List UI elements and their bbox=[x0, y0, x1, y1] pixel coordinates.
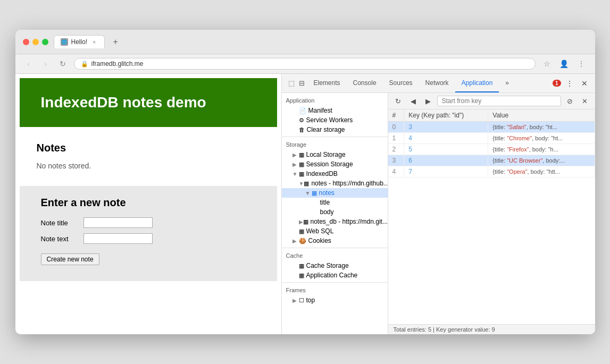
sidebar-item-body-field[interactable]: body bbox=[282, 207, 388, 217]
arrow-icon: ▶ bbox=[293, 162, 299, 167]
sidebar-item-clear-storage[interactable]: 🗑 Clear storage bbox=[282, 125, 388, 134]
more-options-button[interactable]: ⋮ bbox=[575, 57, 588, 70]
sidebar-item-app-cache[interactable]: ▦ Application Cache bbox=[282, 270, 388, 280]
maximize-button[interactable] bbox=[42, 39, 48, 45]
device-toggle-button[interactable]: ⊟ bbox=[297, 78, 307, 89]
tab-console[interactable]: Console bbox=[347, 74, 383, 92]
cell-num: 2 bbox=[388, 144, 404, 155]
back-button[interactable]: ‹ bbox=[23, 58, 35, 70]
tab-close-button[interactable]: × bbox=[90, 38, 98, 46]
prev-page-button[interactable]: ◀ bbox=[407, 95, 419, 107]
traffic-lights bbox=[23, 39, 48, 45]
application-section-label: Application bbox=[282, 95, 388, 106]
create-note-button[interactable]: Create new note bbox=[41, 253, 99, 265]
start-key-input[interactable] bbox=[437, 96, 561, 106]
note-text-input[interactable] bbox=[83, 233, 153, 244]
tab-application[interactable]: Application bbox=[455, 74, 499, 92]
webpage: IndexedDB notes demo Notes No notes stor… bbox=[15, 74, 281, 334]
bookmark-button[interactable]: ☆ bbox=[541, 57, 554, 70]
indexeddb-label: IndexedDB bbox=[306, 170, 338, 177]
sidebar-item-notes-db2[interactable]: ▶ ▦ notes_db - https://mdn.git... bbox=[282, 217, 388, 226]
user-profile-button[interactable]: 👤 bbox=[558, 57, 571, 70]
sidebar-item-manifest[interactable]: 📄 Manifest bbox=[282, 106, 388, 115]
note-title-input[interactable] bbox=[83, 217, 153, 228]
cell-key: 6 bbox=[404, 155, 488, 166]
sidebar-item-cookies[interactable]: ▶ 🍪 Cookies bbox=[282, 236, 388, 246]
notes-store-icon: ▦ bbox=[312, 190, 317, 197]
sidebar-item-cache-storage[interactable]: ▦ Cache Storage bbox=[282, 261, 388, 270]
title-field-label: title bbox=[320, 199, 330, 206]
delete-button[interactable]: ✕ bbox=[579, 95, 591, 107]
cell-key: 3 bbox=[404, 122, 488, 133]
cache-storage-icon: ▦ bbox=[299, 263, 304, 269]
close-button[interactable] bbox=[23, 39, 29, 45]
no-notes-text: No notes stored. bbox=[37, 162, 260, 170]
arrow-icon: ▼ bbox=[293, 171, 299, 177]
top-frame-icon: ☐ bbox=[299, 297, 304, 304]
sidebar-item-web-sql[interactable]: ▦ Web SQL bbox=[282, 226, 388, 236]
arrow-icon: ▼ bbox=[305, 190, 312, 196]
table-row[interactable]: 47{title: "Opera", body: "htt... bbox=[388, 166, 595, 177]
table-toolbar: ↻ ◀ ▶ ⊘ ✕ bbox=[388, 93, 595, 109]
cell-key: 5 bbox=[404, 144, 488, 155]
next-page-button[interactable]: ▶ bbox=[422, 95, 434, 107]
arrow-icon: ▶ bbox=[293, 152, 299, 158]
devtools-main-panel: ↻ ◀ ▶ ⊘ ✕ # Key (Key pat bbox=[388, 93, 595, 334]
web-sql-icon: ▦ bbox=[299, 228, 304, 235]
arrow-icon: ▶ bbox=[293, 298, 299, 303]
devtools-panel: ⬚ ⊟ Elements Console Sources Network App… bbox=[281, 74, 595, 334]
forward-button[interactable]: › bbox=[40, 58, 52, 70]
form-section: Enter a new note Note title Note text Cr… bbox=[20, 186, 277, 281]
notes-db-icon: ▦ bbox=[304, 180, 309, 187]
new-tab-button[interactable]: + bbox=[109, 36, 122, 48]
tab-sources[interactable]: Sources bbox=[383, 74, 419, 92]
local-storage-label: Local Storage bbox=[306, 151, 346, 158]
app-cache-label: Application Cache bbox=[306, 272, 358, 279]
web-sql-label: Web SQL bbox=[306, 227, 334, 235]
table-row[interactable]: 36{title: "UC Browser", body:... bbox=[388, 155, 595, 166]
status-bar: Total entries: 5 | Key generator value: … bbox=[388, 324, 595, 334]
minimize-button[interactable] bbox=[32, 39, 39, 45]
tab-elements[interactable]: Elements bbox=[307, 74, 347, 92]
table-header-row: # Key (Key path: "id") Value bbox=[388, 109, 595, 122]
cell-key: 7 bbox=[404, 166, 488, 177]
url-text: iframedb.glitch.me bbox=[91, 60, 144, 67]
manifest-label: Manifest bbox=[308, 107, 332, 114]
arrow-icon: ▼ bbox=[299, 181, 304, 187]
notes-db-label: notes - https://mdn.github... bbox=[311, 180, 387, 187]
tab-title: Hello! bbox=[71, 38, 88, 46]
sidebar-item-indexeddb[interactable]: ▼ ▦ IndexedDB bbox=[282, 169, 388, 179]
cookies-label: Cookies bbox=[308, 237, 331, 244]
refresh-table-button[interactable]: ↻ bbox=[392, 95, 404, 107]
sidebar-item-title-field[interactable]: title bbox=[282, 198, 388, 207]
cell-num: 0 bbox=[388, 122, 404, 133]
col-num: # bbox=[388, 109, 404, 122]
tab-network[interactable]: Network bbox=[419, 74, 455, 92]
table-row[interactable]: 25{title: "Firefox", body: "h... bbox=[388, 144, 595, 155]
tab-more[interactable]: » bbox=[499, 74, 515, 92]
browser-tab[interactable]: 🌐 Hello! × bbox=[54, 35, 105, 48]
service-workers-icon: ⚙ bbox=[299, 117, 304, 124]
table-row[interactable]: 03{title: "Safari", body: "ht... bbox=[388, 122, 595, 133]
sidebar-item-notes-store[interactable]: ▼ ▦ notes bbox=[282, 188, 388, 198]
note-text-row: Note text bbox=[41, 233, 256, 244]
cell-num: 1 bbox=[388, 133, 404, 144]
sidebar-item-notes-db[interactable]: ▼ ▦ notes - https://mdn.github... bbox=[282, 179, 388, 188]
cell-num: 4 bbox=[388, 166, 404, 177]
form-heading: Enter a new note bbox=[41, 197, 256, 209]
sidebar-item-local-storage[interactable]: ▶ ▦ Local Storage bbox=[282, 150, 388, 159]
sidebar-item-service-workers[interactable]: ⚙ Service Workers bbox=[282, 115, 388, 125]
manifest-icon: 📄 bbox=[299, 107, 306, 114]
cell-key: 4 bbox=[404, 133, 488, 144]
sidebar-item-top-frame[interactable]: ▶ ☐ top bbox=[282, 295, 388, 305]
refresh-button[interactable]: ↻ bbox=[57, 58, 69, 70]
clear-search-button[interactable]: ⊘ bbox=[564, 95, 576, 107]
table-row[interactable]: 14{title: "Chrome", body: "ht... bbox=[388, 133, 595, 144]
session-storage-label: Session Storage bbox=[306, 160, 353, 168]
sidebar-item-session-storage[interactable]: ▶ ▦ Session Storage bbox=[282, 159, 388, 169]
inspect-element-button[interactable]: ⬚ bbox=[286, 78, 297, 89]
url-bar[interactable]: 🔒 iframedb.glitch.me bbox=[74, 58, 536, 70]
arrow-icon: ▶ bbox=[293, 238, 299, 244]
devtools-close-button[interactable]: ✕ bbox=[578, 77, 591, 90]
devtools-settings-button[interactable]: ⋮ bbox=[563, 77, 576, 90]
